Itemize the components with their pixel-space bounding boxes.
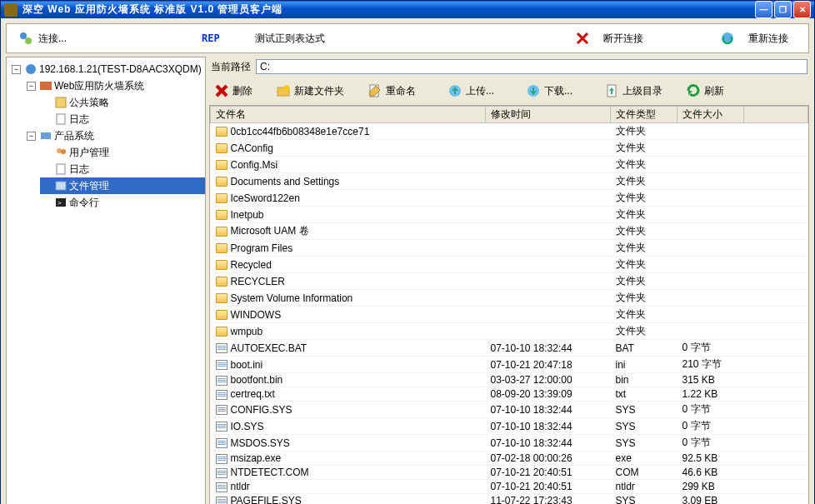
file-type: 文件夹 — [611, 207, 678, 223]
newfolder-button[interactable]: 新建文件夹 — [272, 82, 348, 100]
rename-button[interactable]: 重命名 — [364, 82, 419, 100]
svg-point-19 — [284, 85, 289, 90]
table-row[interactable]: certreq.txt08-09-20 13:39:09txt1.22 KB — [211, 387, 808, 402]
folder-icon — [216, 310, 228, 320]
col-size[interactable]: 文件大小 — [678, 107, 744, 123]
table-row[interactable]: wmpub文件夹 — [211, 323, 808, 340]
tree-cmd[interactable]: > 命令行 — [40, 194, 205, 211]
path-input[interactable] — [256, 59, 808, 74]
file-size — [678, 323, 744, 340]
file-size — [678, 207, 744, 223]
test-regex-button[interactable]: 测试正则表达式 — [250, 30, 330, 47]
table-row[interactable]: CAConfig文件夹 — [211, 140, 808, 157]
table-row[interactable]: Program Files文件夹 — [211, 240, 808, 257]
table-row[interactable]: bootfont.bin03-03-27 12:00:00bin315 KB — [211, 373, 808, 387]
file-mtime — [486, 273, 611, 290]
table-row[interactable]: AUTOEXEC.BAT07-10-10 18:32:44BAT0 字节 — [211, 340, 808, 357]
tree-root[interactable]: − 192.168.1.21(TEST-D8AAC3XQDM) — [10, 61, 205, 77]
tree-user-mgmt[interactable]: 用户管理 — [40, 144, 205, 161]
main-toolbar: 连接... REP 测试正则表达式 断开连接 重新连 — [6, 23, 809, 53]
upload-button[interactable]: 上传... — [444, 82, 498, 100]
table-row[interactable]: NTDETECT.COM07-10-21 20:40:51COM46.6 KB — [211, 466, 808, 480]
connect-button[interactable]: 连接... — [13, 29, 72, 47]
expander-icon[interactable]: − — [27, 132, 36, 141]
file-type: 文件夹 — [611, 307, 678, 323]
table-row[interactable]: boot.ini07-10-21 20:47:18ini210 字节 — [211, 357, 808, 373]
table-row[interactable]: System Volume Information文件夹 — [211, 290, 808, 307]
file-name: PAGEFILE.SYS — [231, 495, 302, 504]
tree-waf-label: Web应用防火墙系统 — [54, 78, 144, 93]
reconnect-button[interactable]: 重新连接 — [715, 29, 793, 47]
close-button[interactable]: ✕ — [793, 1, 811, 18]
tree-root-label: 192.168.1.21(TEST-D8AAC3XQDM) — [39, 62, 202, 77]
file-name: IO.SYS — [231, 421, 264, 432]
table-row[interactable]: Recycled文件夹 — [211, 257, 808, 273]
tree-log1[interactable]: 日志 — [40, 111, 205, 127]
folder-icon — [216, 260, 228, 270]
svg-rect-8 — [57, 114, 65, 124]
file-icon — [216, 422, 228, 432]
col-type[interactable]: 文件类型 — [611, 107, 678, 123]
delete-label: 删除 — [232, 84, 252, 98]
file-mtime: 07-10-10 18:32:44 — [486, 418, 611, 435]
tree-product-label: 产品系统 — [54, 128, 94, 143]
table-row[interactable]: IceSword122en文件夹 — [211, 190, 808, 207]
table-row[interactable]: Microsoft UAM 卷文件夹 — [211, 223, 808, 240]
table-row[interactable]: RECYCLER文件夹 — [211, 273, 808, 290]
file-size — [678, 140, 744, 157]
disconnect-button[interactable]: 断开连接 — [570, 29, 648, 47]
file-size — [678, 240, 744, 257]
test-regex-label: 测试正则表达式 — [255, 32, 325, 46]
file-size — [678, 257, 744, 273]
file-name: NTDETECT.COM — [231, 467, 309, 478]
tree-product[interactable]: − 产品系统 — [25, 127, 205, 144]
file-size: 1.22 KB — [678, 387, 744, 402]
table-row[interactable]: IO.SYS07-10-10 18:32:44SYS0 字节 — [211, 418, 808, 435]
tree-log2-label: 日志 — [69, 162, 89, 177]
rename-icon — [368, 83, 382, 98]
table-row[interactable]: Config.Msi文件夹 — [211, 157, 808, 173]
tree-file-mgmt[interactable]: 文件管理 — [40, 177, 205, 194]
file-size — [678, 273, 744, 290]
tree-public-policy[interactable]: 公共策略 — [40, 94, 205, 111]
file-size — [678, 290, 744, 307]
table-row[interactable]: PAGEFILE.SYS11-07-22 17:23:43SYS3.09 EB — [211, 494, 808, 505]
expander-icon[interactable]: − — [27, 82, 36, 91]
file-toolbar: 删除 新建文件夹 重命名 上传... — [209, 77, 809, 105]
policy-icon — [54, 96, 68, 109]
reconnect-label: 重新连接 — [748, 32, 788, 46]
file-mtime: 03-03-27 12:00:00 — [486, 373, 611, 387]
file-size: 46.6 KB — [678, 466, 744, 480]
svg-rect-7 — [56, 97, 66, 107]
table-row[interactable]: 0cb1cc44fb6b08348e1e7cce71文件夹 — [211, 123, 808, 140]
refresh-button[interactable]: 刷新 — [682, 82, 728, 100]
tree-public-policy-label: 公共策略 — [69, 95, 109, 110]
delete-button[interactable]: 删除 — [211, 82, 256, 100]
file-mtime: 07-10-21 20:40:51 — [486, 480, 611, 494]
tree-log2[interactable]: 日志 — [40, 161, 205, 177]
rep-button[interactable]: REP — [197, 31, 225, 46]
col-mtime[interactable]: 修改时间 — [486, 107, 611, 123]
minimize-button[interactable]: — — [755, 1, 772, 18]
table-row[interactable]: ntldr07-10-21 20:40:51ntldr299 KB — [211, 480, 808, 494]
file-icon — [216, 438, 228, 448]
table-row[interactable]: WINDOWS文件夹 — [211, 307, 808, 323]
file-mtime: 11-07-22 17:23:43 — [486, 494, 611, 505]
table-row[interactable]: msizap.exe07-02-18 00:00:26exe92.5 KB — [211, 452, 808, 466]
svg-point-10 — [57, 148, 62, 153]
file-mtime: 07-10-10 18:32:44 — [486, 340, 611, 357]
updir-button[interactable]: 上级目录 — [601, 82, 666, 100]
tree-waf[interactable]: − Web应用防火墙系统 — [25, 77, 205, 94]
connect-icon — [18, 31, 33, 46]
file-name: Microsoft UAM 卷 — [231, 225, 309, 237]
download-button[interactable]: 下载... — [522, 82, 576, 100]
maximize-button[interactable]: ❐ — [774, 1, 792, 18]
col-name[interactable]: 文件名 — [211, 107, 486, 123]
file-size: 3.09 EB — [678, 494, 744, 505]
expander-icon[interactable]: − — [12, 65, 21, 74]
table-row[interactable]: MSDOS.SYS07-10-10 18:32:44SYS0 字节 — [211, 435, 808, 452]
table-row[interactable]: Documents and Settings文件夹 — [211, 173, 808, 190]
table-row[interactable]: Inetpub文件夹 — [211, 207, 808, 223]
file-type: exe — [611, 452, 678, 466]
table-row[interactable]: CONFIG.SYS07-10-10 18:32:44SYS0 字节 — [211, 402, 808, 418]
